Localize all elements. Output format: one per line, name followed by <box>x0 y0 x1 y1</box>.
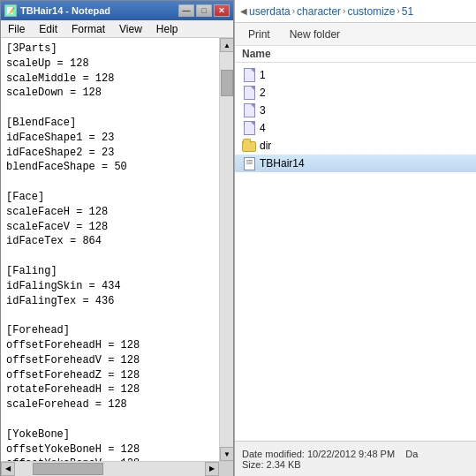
file-row-3[interactable]: 3 <box>235 102 476 119</box>
notepad-hscrollbar: ◀ ▶ <box>1 461 233 475</box>
notepad-title-left: 📝 TBHair14 - Notepad <box>4 4 110 17</box>
explorer-breadcrumb: ◀ userdata › character › customize › 51 <box>235 0 476 23</box>
file-icon-3 <box>242 103 256 117</box>
file-icon-1 <box>242 68 256 82</box>
breadcrumb-customize[interactable]: customize <box>347 5 395 18</box>
explorer-header: Name <box>235 46 476 63</box>
file-icon-4 <box>242 121 256 135</box>
notepad-menubar: File Edit Format View Help <box>1 20 233 38</box>
doc-icon-1 <box>244 68 255 82</box>
size-label: Size: <box>242 459 267 470</box>
explorer-panel: ◀ userdata › character › customize › 51 … <box>234 0 476 476</box>
new-folder-button[interactable]: New folder <box>283 26 346 43</box>
notepad-scrollbar: ▲ ▼ <box>219 38 233 461</box>
scroll-track[interactable] <box>220 52 233 447</box>
minimize-button[interactable]: — <box>178 4 194 17</box>
notepad-textarea[interactable]: [3Parts] scaleUp = 128 scaleMiddle = 128… <box>1 38 219 461</box>
breadcrumb-character[interactable]: character <box>297 5 341 18</box>
notepad-titlebar: 📝 TBHair14 - Notepad — □ ✕ <box>1 1 233 20</box>
doc-icon-4 <box>244 121 255 135</box>
notepad-content-area: [3Parts] scaleUp = 128 scaleMiddle = 128… <box>1 38 233 461</box>
file-row-dir[interactable]: dir <box>235 137 476 155</box>
column-name-header[interactable]: Name <box>242 48 469 60</box>
statusbar-date-line: Date modified: 10/22/2012 9:48 PM Da <box>242 449 469 459</box>
hscroll-track[interactable] <box>15 462 205 476</box>
file-name-tbhair14: TBHair14 <box>260 157 305 170</box>
scroll-thumb[interactable] <box>221 70 233 96</box>
da-label: Da <box>405 449 418 459</box>
folder-icon-dir <box>242 141 256 152</box>
file-icon-tbhair14 <box>242 156 256 170</box>
breadcrumb-left-arrow[interactable]: ◀ <box>240 6 247 16</box>
menu-help[interactable]: Help <box>149 21 185 37</box>
maximize-button[interactable]: □ <box>196 4 212 17</box>
explorer-toolbar: Print New folder <box>235 23 476 46</box>
date-label: Date modified: <box>242 449 307 459</box>
hscroll-right-arrow[interactable]: ▶ <box>205 462 219 476</box>
doc-icon-3 <box>244 103 255 117</box>
notepad-title: TBHair14 - Notepad <box>20 5 110 16</box>
breadcrumb-51[interactable]: 51 <box>402 5 413 18</box>
file-row-2[interactable]: 2 <box>235 84 476 102</box>
print-button[interactable]: Print <box>242 26 276 43</box>
file-name-4: 4 <box>260 122 266 134</box>
file-row-4[interactable]: 4 <box>235 119 476 137</box>
size-value: 2.34 KB <box>267 459 301 470</box>
hscroll-corner <box>219 462 233 476</box>
explorer-content: 1 2 3 4 dir <box>235 63 476 441</box>
file-icon-dir <box>242 139 256 153</box>
close-button[interactable]: ✕ <box>214 4 230 17</box>
statusbar-size-line: Size: 2.34 KB <box>242 459 469 470</box>
breadcrumb-sep3: › <box>397 6 399 16</box>
scroll-up-arrow[interactable]: ▲ <box>220 38 233 52</box>
explorer-statusbar: Date modified: 10/22/2012 9:48 PM Da Siz… <box>235 441 476 476</box>
notepad-window-controls: — □ ✕ <box>178 4 230 17</box>
file-icon-2 <box>242 86 256 100</box>
breadcrumb-userdata[interactable]: userdata <box>249 5 291 18</box>
menu-format[interactable]: Format <box>64 21 112 37</box>
notepad-app-icon: 📝 <box>4 4 17 17</box>
menu-edit[interactable]: Edit <box>32 21 64 37</box>
file-row-1[interactable]: 1 <box>235 66 476 84</box>
file-name-dir: dir <box>260 140 271 152</box>
hscroll-thumb[interactable] <box>33 463 103 475</box>
breadcrumb-sep1: › <box>292 6 295 16</box>
menu-file[interactable]: File <box>1 21 32 37</box>
doc-icon-2 <box>244 86 255 100</box>
breadcrumb-sep2: › <box>343 6 345 16</box>
file-name-2: 2 <box>260 87 266 99</box>
notepad-icon-tbhair14 <box>244 157 255 170</box>
file-name-1: 1 <box>260 69 266 81</box>
file-name-3: 3 <box>260 104 266 117</box>
menu-view[interactable]: View <box>112 21 149 37</box>
date-value: 10/22/2012 9:48 PM <box>307 449 395 459</box>
scroll-down-arrow[interactable]: ▼ <box>220 447 233 461</box>
notepad-window: 📝 TBHair14 - Notepad — □ ✕ File Edit For… <box>0 0 234 476</box>
hscroll-left-arrow[interactable]: ◀ <box>1 462 15 476</box>
file-row-tbhair14[interactable]: TBHair14 <box>235 155 476 172</box>
